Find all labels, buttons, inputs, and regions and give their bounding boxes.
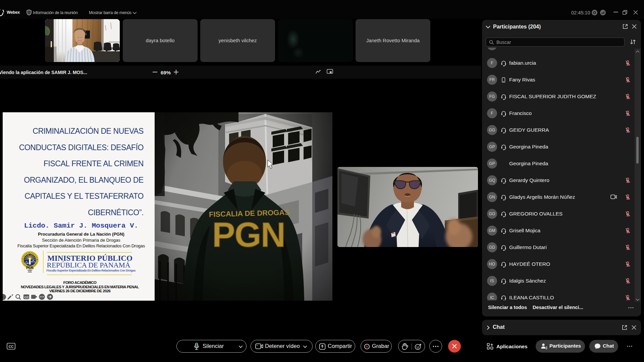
svg-text:CC: CC: [8, 345, 14, 349]
svg-text:CC: CC: [24, 295, 29, 299]
